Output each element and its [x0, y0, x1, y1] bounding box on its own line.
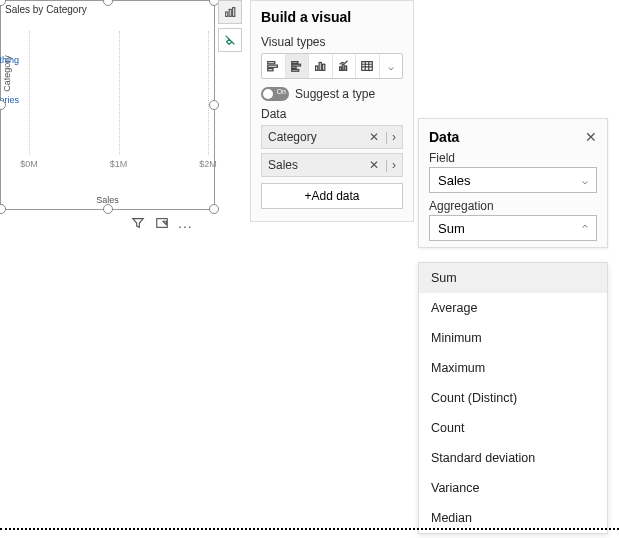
svg-rect-7 [292, 62, 298, 64]
table-icon[interactable] [356, 54, 380, 78]
svg-rect-12 [319, 63, 321, 71]
aggregation-option[interactable]: Standard deviation [419, 443, 607, 473]
x-tick: $1M [110, 159, 128, 169]
clustered-bar-icon[interactable] [286, 54, 310, 78]
x-tick: $2M [199, 159, 217, 169]
x-tick: $0M [20, 159, 38, 169]
pill-name: Sales [268, 158, 365, 172]
aggregation-option[interactable]: Maximum [419, 353, 607, 383]
data-field-pill[interactable]: Sales ✕ | › [261, 153, 403, 177]
suggest-label: Suggest a type [295, 87, 375, 101]
svg-rect-6 [268, 69, 273, 71]
suggest-toggle[interactable]: On [261, 87, 289, 101]
add-data-button[interactable]: +Add data [261, 183, 403, 209]
panel-title: Build a visual [261, 9, 403, 25]
resize-handle[interactable] [0, 100, 6, 110]
chart-visual[interactable]: Sales by Category Category $0M $1M $2M C… [0, 0, 215, 210]
data-section-label: Data [261, 107, 403, 121]
line-column-icon[interactable] [333, 54, 357, 78]
svg-rect-15 [342, 64, 344, 70]
field-value: Sales [438, 173, 471, 188]
chevron-up-icon: ⌵ [582, 223, 588, 234]
close-icon[interactable]: ✕ [585, 129, 597, 145]
svg-rect-2 [229, 9, 231, 16]
aggregation-value: Sum [438, 221, 465, 236]
svg-rect-0 [157, 219, 168, 228]
resize-handle[interactable] [209, 100, 219, 110]
svg-rect-1 [226, 12, 228, 16]
resize-handle[interactable] [0, 204, 6, 214]
aggregation-option[interactable]: Sum [419, 263, 607, 293]
bar-label: Clothing [0, 55, 19, 65]
popout-title: Data [429, 129, 459, 145]
filter-icon[interactable] [130, 215, 146, 231]
svg-rect-3 [233, 8, 235, 17]
svg-rect-4 [268, 62, 275, 64]
svg-rect-10 [292, 70, 299, 72]
svg-rect-17 [362, 62, 373, 71]
resize-handle[interactable] [103, 204, 113, 214]
focus-mode-icon[interactable] [154, 215, 170, 231]
aggregation-dropdown[interactable]: Sum ⌵ [429, 215, 597, 241]
field-menu-icon[interactable]: › [390, 130, 396, 144]
field-dropdown[interactable]: Sales ⌵ [429, 167, 597, 193]
aggregation-label: Aggregation [429, 199, 597, 213]
field-menu-icon[interactable]: › [390, 158, 396, 172]
chart-plot-area: $0M $1M $2M Clothing Accessories [29, 31, 208, 179]
aggregation-option[interactable]: Count (Distinct) [419, 383, 607, 413]
aggregation-option[interactable]: Minimum [419, 323, 607, 353]
chevron-down-icon: ⌵ [582, 175, 588, 186]
visual-action-bar: ... [130, 215, 193, 231]
field-label: Field [429, 151, 597, 165]
svg-rect-16 [345, 66, 347, 70]
expand-visual-types[interactable]: ⌵ [380, 54, 403, 78]
data-popout-panel: Data ✕ Field Sales ⌵ Aggregation Sum ⌵ [418, 118, 608, 248]
more-options-icon[interactable]: ... [178, 215, 193, 231]
svg-rect-14 [339, 67, 341, 71]
pill-name: Category [268, 130, 365, 144]
svg-rect-8 [292, 64, 301, 66]
build-visual-panel: Build a visual Visual types ⌵ On Suggest… [250, 0, 414, 222]
svg-rect-5 [268, 65, 278, 67]
remove-field-icon[interactable]: ✕ [365, 158, 383, 172]
format-visual-tab[interactable] [218, 28, 242, 52]
aggregation-option[interactable]: Average [419, 293, 607, 323]
svg-rect-11 [316, 66, 318, 70]
visual-types-label: Visual types [261, 35, 403, 49]
data-field-pill[interactable]: Category ✕ | › [261, 125, 403, 149]
visual-type-selector: ⌵ [261, 53, 403, 79]
resize-handle[interactable] [209, 204, 219, 214]
page-boundary [0, 528, 619, 530]
aggregation-option-list: Sum Average Minimum Maximum Count (Disti… [418, 262, 608, 534]
svg-rect-9 [292, 67, 296, 69]
stacked-bar-icon[interactable] [262, 54, 286, 78]
aggregation-option[interactable]: Variance [419, 473, 607, 503]
remove-field-icon[interactable]: ✕ [365, 130, 383, 144]
aggregation-option[interactable]: Count [419, 413, 607, 443]
column-chart-icon[interactable] [309, 54, 333, 78]
build-visual-tab[interactable] [218, 0, 242, 24]
svg-rect-13 [323, 64, 325, 70]
